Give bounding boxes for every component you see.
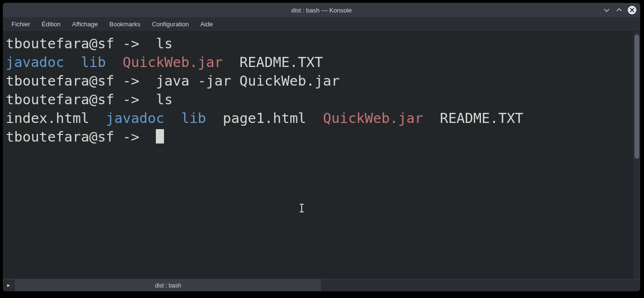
terminal-area: tboutefara@sf -> lsjavadoc lib QuickWeb.… [3, 32, 640, 279]
terminal-line: index.html javadoc lib page1.html QuickW… [6, 109, 632, 128]
window-title: dist : bash — Konsole [291, 7, 351, 14]
minimize-button[interactable] [603, 6, 611, 14]
terminal[interactable]: tboutefara@sf -> lsjavadoc lib QuickWeb.… [3, 32, 633, 279]
terminal-line: tboutefara@sf -> java -jar QuickWeb.jar [6, 72, 632, 90]
konsole-window: dist : bash — Konsole Fichier Édition Af… [3, 3, 640, 291]
scrollbar[interactable] [633, 32, 640, 279]
window-controls [603, 6, 636, 14]
terminal-line: javadoc lib QuickWeb.jar README.TXT [6, 53, 632, 72]
close-button[interactable] [628, 6, 636, 14]
tab-dist-bash[interactable]: dist : bash [15, 279, 321, 291]
menu-fichier[interactable]: Fichier [6, 18, 36, 31]
menu-aide[interactable]: Aide [195, 18, 218, 31]
scrollbar-thumb[interactable] [634, 34, 639, 159]
tab-label: dist : bash [155, 282, 181, 289]
titlebar[interactable]: dist : bash — Konsole [3, 3, 640, 17]
menu-edition[interactable]: Édition [36, 18, 66, 31]
block-cursor [156, 129, 164, 143]
menu-configuration[interactable]: Configuration [146, 18, 195, 31]
statusbar: dist : bash [3, 279, 640, 291]
maximize-button[interactable] [615, 6, 623, 14]
new-tab-button[interactable] [3, 279, 15, 291]
menu-bookmarks[interactable]: Bookmarks [104, 18, 146, 31]
terminal-line: tboutefara@sf -> ls [6, 34, 632, 53]
menubar: Fichier Édition Affichage Bookmarks Conf… [3, 17, 640, 32]
menu-affichage[interactable]: Affichage [66, 18, 104, 31]
terminal-line: tboutefara@sf -> [6, 128, 632, 146]
terminal-line: tboutefara@sf -> ls [6, 90, 632, 109]
